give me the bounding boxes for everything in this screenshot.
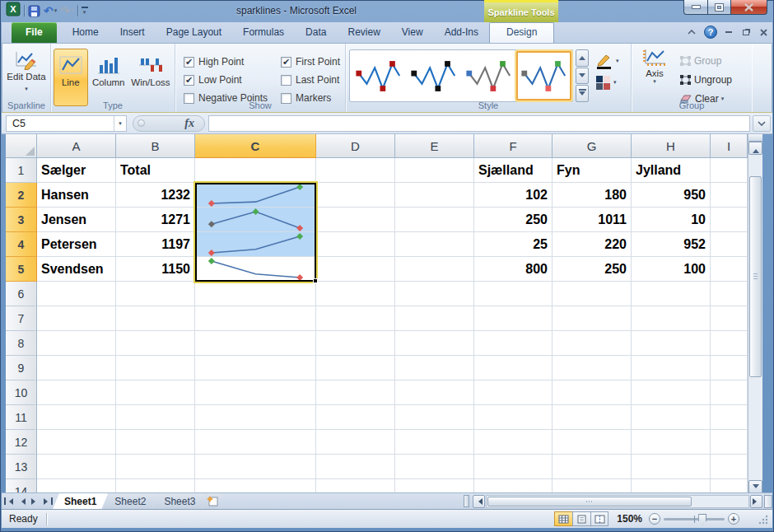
expand-formula-bar-button[interactable] <box>753 115 771 132</box>
zoom-out-button[interactable]: − <box>649 513 660 525</box>
collapse-ribbon-icon[interactable] <box>685 26 698 39</box>
tab-review[interactable]: Review <box>337 22 390 43</box>
cell-H11[interactable] <box>632 405 711 430</box>
cell-E14[interactable] <box>395 479 474 492</box>
cell-F2[interactable]: 102 <box>474 183 553 208</box>
cell-B6[interactable] <box>116 282 195 306</box>
vertical-split-handle[interactable] <box>748 134 762 142</box>
cell-E12[interactable] <box>395 430 474 455</box>
maximize-button[interactable] <box>707 0 730 15</box>
style-preset-1[interactable] <box>351 51 406 100</box>
cell-B10[interactable] <box>116 380 195 405</box>
cell-C12[interactable] <box>195 430 316 455</box>
cell-I8[interactable] <box>711 331 748 356</box>
workbook-minimize-button[interactable] <box>723 27 734 38</box>
cell-G3[interactable]: 1011 <box>553 208 632 232</box>
cell-A1[interactable]: Sælger <box>37 158 116 183</box>
cell-A4[interactable]: Petersen <box>37 232 116 257</box>
checkbox-last-point[interactable]: Last Point <box>281 71 355 89</box>
cell-B8[interactable] <box>116 331 195 356</box>
horizontal-scroll-thumb[interactable] <box>487 497 692 506</box>
undo-button[interactable]: ↶ ▾ <box>44 5 57 16</box>
sheet-tab-sheet3[interactable]: Sheet3 <box>152 493 207 509</box>
cell-F10[interactable] <box>474 380 553 405</box>
cell-E9[interactable] <box>395 356 474 380</box>
cell-D2[interactable] <box>316 183 395 208</box>
cell-B7[interactable] <box>116 306 195 331</box>
zoom-slider[interactable] <box>664 518 725 520</box>
cell-G2[interactable]: 180 <box>553 183 632 208</box>
cell-F4[interactable]: 25 <box>474 232 553 257</box>
cell-I14[interactable] <box>711 479 748 492</box>
column-header-B[interactable]: B <box>116 134 195 158</box>
cell-D14[interactable] <box>316 479 395 492</box>
cell-H6[interactable] <box>632 282 711 306</box>
vertical-scroll-thumb[interactable] <box>749 176 762 377</box>
cell-A3[interactable]: Jensen <box>37 208 116 232</box>
cell-I11[interactable] <box>711 405 748 430</box>
gallery-scroll-down-button[interactable] <box>576 68 589 85</box>
cell-H7[interactable] <box>632 306 711 331</box>
type-winloss-button[interactable]: Win/Loss <box>129 49 172 106</box>
cell-H4[interactable]: 952 <box>632 232 711 257</box>
tab-split-handle[interactable] <box>464 495 469 507</box>
page-layout-view-button[interactable] <box>572 511 590 526</box>
cell-B14[interactable] <box>116 479 195 492</box>
cell-B9[interactable] <box>116 356 195 380</box>
cell-B5[interactable]: 1150 <box>116 257 195 282</box>
help-button[interactable]: ? <box>704 26 717 39</box>
select-all-corner[interactable] <box>6 134 37 158</box>
cell-H1[interactable]: Jylland <box>632 158 711 183</box>
row-header-4[interactable]: 4 <box>6 232 37 257</box>
cell-E4[interactable] <box>395 232 474 257</box>
normal-view-button[interactable] <box>554 511 572 526</box>
name-box-dropdown[interactable]: ▾ <box>114 116 126 131</box>
cell-D8[interactable] <box>316 331 395 356</box>
column-header-E[interactable]: E <box>395 134 474 158</box>
row-header-3[interactable]: 3 <box>6 208 37 232</box>
cell-I2[interactable] <box>711 183 748 208</box>
cell-C8[interactable] <box>195 331 316 356</box>
cell-A10[interactable] <box>37 380 116 405</box>
cell-G9[interactable] <box>553 356 632 380</box>
cell-F11[interactable] <box>474 405 553 430</box>
cell-D7[interactable] <box>316 306 395 331</box>
cell-D6[interactable] <box>316 282 395 306</box>
customize-qat-button[interactable]: ▾ <box>82 7 88 16</box>
workbook-close-button[interactable] <box>758 27 769 38</box>
style-preset-2[interactable] <box>406 51 461 100</box>
cell-D10[interactable] <box>316 380 395 405</box>
row-header-9[interactable]: 9 <box>6 356 37 380</box>
cell-E7[interactable] <box>395 306 474 331</box>
row-header-12[interactable]: 12 <box>6 430 37 455</box>
sparkline-cell-C5[interactable] <box>195 257 316 282</box>
scroll-right-button[interactable] <box>750 495 762 508</box>
cell-E13[interactable] <box>395 455 474 479</box>
column-header-C[interactable]: C <box>195 134 316 158</box>
checkbox-high-point[interactable]: ✔High Point <box>184 53 281 71</box>
checkbox-low-point[interactable]: ✔Low Point <box>184 71 281 89</box>
checkbox-box-last-point[interactable] <box>281 75 291 86</box>
cell-G8[interactable] <box>553 331 632 356</box>
sheet-tab-sheet1[interactable]: Sheet1 <box>53 493 108 509</box>
tab-formulas[interactable]: Formulas <box>232 22 295 43</box>
zoom-level[interactable]: 150% <box>617 513 642 525</box>
cell-F1[interactable]: Sjælland <box>474 158 553 183</box>
cell-I13[interactable] <box>711 455 748 479</box>
tab-file[interactable]: File <box>12 22 57 43</box>
tab-page-layout[interactable]: Page Layout <box>156 22 232 43</box>
cell-H14[interactable] <box>632 479 711 492</box>
cell-I1[interactable] <box>711 158 748 183</box>
cell-H13[interactable] <box>632 455 711 479</box>
tab-design[interactable]: Design <box>489 22 554 43</box>
row-header-6[interactable]: 6 <box>6 282 37 306</box>
cell-A9[interactable] <box>37 356 116 380</box>
excel-app-icon[interactable]: X <box>6 2 21 20</box>
cell-G13[interactable] <box>553 455 632 479</box>
cell-I7[interactable] <box>711 306 748 331</box>
cell-B12[interactable] <box>116 430 195 455</box>
cell-D3[interactable] <box>316 208 395 232</box>
cell-C13[interactable] <box>195 455 316 479</box>
cell-A14[interactable] <box>37 479 116 492</box>
cell-G14[interactable] <box>553 479 632 492</box>
